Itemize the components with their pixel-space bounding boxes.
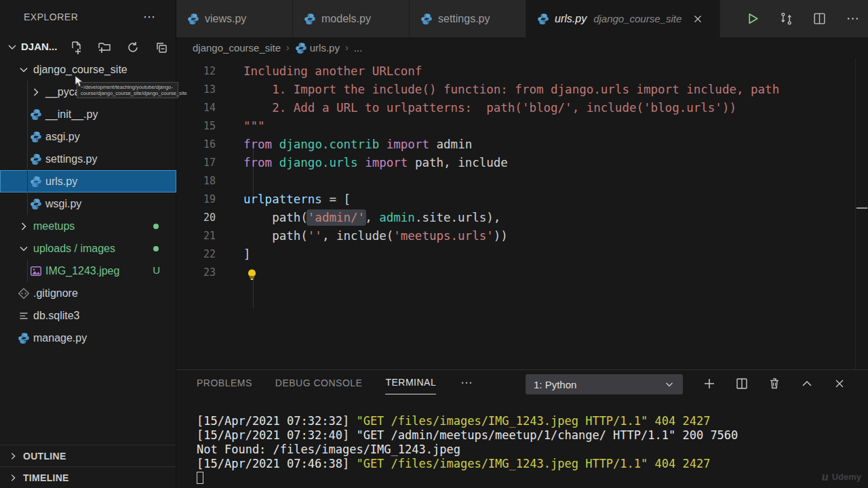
- python-icon: [30, 131, 42, 143]
- chevron-down-icon[interactable]: [7, 41, 18, 52]
- breadcrumb-item[interactable]: ...: [354, 42, 363, 54]
- file-label: uploads / images: [33, 243, 115, 255]
- code-line-20[interactable]: path('admin/', admin.site.urls),: [243, 209, 500, 227]
- tree-file-urls-py[interactable]: urls.py: [0, 170, 176, 192]
- tree-file--gitignore[interactable]: .gitignore: [0, 282, 176, 304]
- refresh-icon[interactable]: [126, 41, 140, 54]
- tree-file-wsgi-py[interactable]: wsgi.py: [0, 192, 176, 215]
- terminal-request-text: "GET /admin/meetups/meetup/1/change/ HTT…: [356, 428, 738, 442]
- code-token: [272, 138, 279, 151]
- code-token: urlpatterns: [243, 192, 322, 206]
- code-line-14[interactable]: 2. Add a URL to urlpatterns: path('blog/…: [243, 99, 736, 117]
- code-token: import: [365, 156, 408, 169]
- tab-urls-py[interactable]: urls.pydjango_course_site: [526, 0, 720, 37]
- code-token: ]: [243, 247, 251, 261]
- code-token: = [: [322, 192, 351, 206]
- new-file-icon[interactable]: [69, 41, 83, 54]
- tab-close-icon[interactable]: [692, 14, 703, 24]
- tree-file-db-sqlite3[interactable]: db.sqlite3: [0, 304, 176, 327]
- code-line-17[interactable]: from django.urls import path, include: [243, 154, 508, 172]
- project-section-header[interactable]: DJAN...: [0, 35, 176, 58]
- split-terminal-icon[interactable]: [735, 377, 749, 390]
- new-terminal-icon[interactable]: [703, 377, 716, 390]
- path-tooltip: ~/development/teaching/youtube/django- c…: [77, 82, 178, 98]
- breadcrumb-label: django_course_site: [193, 42, 281, 54]
- lightbulb-icon[interactable]: [245, 268, 258, 281]
- tree-file--init-py[interactable]: __init__.py: [0, 103, 176, 125]
- file-label: urls.py: [45, 176, 77, 188]
- tree-folder-uploads-images[interactable]: uploads / images: [0, 237, 176, 260]
- tab-label: settings.py: [438, 13, 490, 25]
- file-label: wsgi.py: [45, 198, 81, 210]
- code-token: ,: [365, 211, 379, 224]
- explorer-more-icon[interactable]: ⋯: [143, 9, 156, 24]
- file-label: settings.py: [45, 153, 97, 165]
- tab-settings-py[interactable]: settings.py: [410, 0, 526, 37]
- code-line-16[interactable]: from django.contrib import admin: [243, 136, 472, 154]
- tree-folder-meetups[interactable]: meetups: [0, 215, 176, 237]
- python-icon: [304, 13, 316, 25]
- timeline-section[interactable]: TIMELINE: [0, 466, 176, 488]
- tree-folder-django-course-site[interactable]: django_course_site: [0, 58, 176, 81]
- tree-file-asgi-py[interactable]: asgi.py: [0, 125, 176, 148]
- tree-file-manage-py[interactable]: manage.py: [0, 327, 176, 349]
- tab-models-py[interactable]: models.py: [293, 0, 410, 37]
- editor-actions: [746, 0, 860, 37]
- python-icon: [420, 13, 433, 25]
- panel-more-icon[interactable]: ⋯: [460, 375, 473, 396]
- project-name-label: DJAN...: [21, 41, 57, 52]
- code-editor[interactable]: 121314151617181920212223 Including anoth…: [176, 58, 868, 369]
- outline-label: OUTLINE: [23, 451, 66, 462]
- line-number: 17: [176, 154, 216, 172]
- more-actions-icon[interactable]: [846, 12, 860, 26]
- code-token: [358, 156, 366, 169]
- udemy-logo-icon: u: [822, 470, 829, 484]
- code-token: path, include: [408, 156, 508, 169]
- breadcrumb-item[interactable]: django_course_site: [193, 42, 281, 54]
- line-number: 15: [176, 117, 216, 136]
- mouse-cursor: [75, 75, 84, 87]
- code-line-19[interactable]: urlpatterns = [: [243, 190, 351, 209]
- code-line-13[interactable]: 1. Import the include() function: from d…: [243, 81, 779, 99]
- open-changes-icon[interactable]: [779, 12, 793, 26]
- python-icon: [30, 153, 42, 165]
- gitignore-icon: [18, 287, 30, 300]
- collapse-all-icon[interactable]: [155, 41, 168, 54]
- code-line-21[interactable]: path('', include('meetups.urls')): [243, 227, 508, 245]
- terminal-output[interactable]: [15/Apr/2021 07:32:32] "GET /files/image…: [197, 414, 861, 471]
- overview-ruler: [855, 58, 856, 369]
- breadcrumb-label: ...: [354, 42, 363, 54]
- code-token: .site.urls),: [415, 211, 500, 224]
- code-line-12[interactable]: Including another URLconf: [243, 62, 422, 81]
- ruler-cursor-mark: [856, 207, 867, 209]
- chevron-down-icon: [664, 379, 675, 390]
- terminal-shell-select[interactable]: 1: Python: [526, 374, 683, 394]
- shell-select-value: 1: Python: [534, 379, 664, 390]
- close-panel-icon[interactable]: [833, 377, 846, 390]
- code-line-22[interactable]: ]: [243, 245, 251, 264]
- file-label: django_course_site: [33, 64, 127, 76]
- panel-tabs: PROBLEMSDEBUG CONSOLETERMINAL⋯: [197, 375, 473, 396]
- line-number: 19: [176, 190, 216, 209]
- panel-tab-problems[interactable]: PROBLEMS: [197, 378, 252, 394]
- tree-file-img-1243-jpeg[interactable]: IMG_1243.jpegU: [0, 260, 176, 282]
- breadcrumb-separator: ›: [345, 42, 349, 53]
- panel-tab-debug-console[interactable]: DEBUG CONSOLE: [275, 378, 363, 394]
- outline-section[interactable]: OUTLINE: [0, 445, 176, 466]
- tab-views-py[interactable]: views.py: [176, 0, 293, 37]
- line-number: 23: [176, 264, 216, 282]
- new-folder-icon[interactable]: [98, 41, 111, 54]
- terminal-cursor: [197, 472, 203, 484]
- chevron-down-icon: [18, 243, 30, 255]
- tab-label: views.py: [205, 13, 246, 25]
- maximize-panel-icon[interactable]: [800, 377, 814, 390]
- kill-terminal-icon[interactable]: [768, 377, 781, 390]
- database-icon: [18, 310, 30, 322]
- code-line-15[interactable]: """: [243, 117, 265, 136]
- git-modified-dot: [153, 224, 159, 229]
- panel-tab-terminal[interactable]: TERMINAL: [385, 377, 436, 394]
- run-python-file-icon[interactable]: [746, 12, 760, 26]
- split-editor-icon[interactable]: [812, 12, 827, 26]
- tree-file-settings-py[interactable]: settings.py: [0, 148, 176, 170]
- breadcrumb-item[interactable]: urls.py: [295, 42, 340, 54]
